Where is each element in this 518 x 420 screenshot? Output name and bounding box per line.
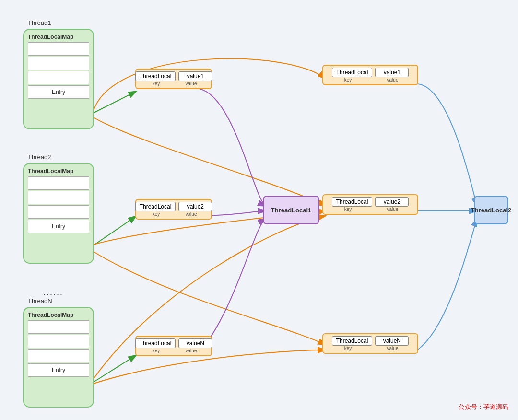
threadN-row2 [28, 335, 89, 348]
thread1-row1 [28, 42, 89, 56]
svg-line-5 [91, 216, 137, 247]
thread1-row3 [28, 71, 89, 84]
threadlocal1-box: ThreadLocal1 [263, 196, 319, 224]
thread2-row3 [28, 205, 89, 219]
ref2-value: value2 [375, 197, 409, 207]
entry1-value: value1 [178, 71, 212, 81]
ref1-key: ThreadLocal [332, 68, 373, 77]
threadlocal2-label: ThreadLocal2 [471, 207, 512, 214]
thread2-label: Thread2 [28, 153, 51, 161]
thread1-row2 [28, 57, 89, 70]
threadlocal2-box: ThreadLocal2 [474, 196, 508, 224]
entry2-value-label: value [175, 211, 207, 217]
thread1-box: Thread1 ThreadLocalMap Entry [23, 29, 94, 129]
thread2-map-label: ThreadLocalMap [28, 168, 89, 175]
entry-box-N: ThreadLocal valueN key value [135, 336, 212, 356]
entryN-key-label: key [140, 348, 172, 353]
threadlocal1-label: ThreadLocal1 [271, 207, 312, 214]
svg-line-4 [91, 91, 137, 114]
threadN-label: ThreadN [28, 297, 52, 304]
entry2-value: value2 [178, 202, 212, 211]
thread1-map-label: ThreadLocalMap [28, 34, 89, 40]
ref1-key-label: key [327, 77, 369, 82]
entryN-value-label: value [175, 348, 207, 353]
entryN-key: ThreadLocal [135, 338, 176, 348]
ref1-value: value1 [375, 68, 409, 77]
thread1-label: Thread1 [28, 19, 51, 26]
ref2-value-label: value [372, 207, 413, 212]
dots-label: ...... [43, 288, 63, 298]
threadN-map-label: ThreadLocalMap [28, 312, 89, 318]
entryN-value: valueN [178, 338, 212, 348]
thread1-entry: Entry [28, 85, 89, 99]
refN-value: valueN [375, 336, 409, 346]
refN-key-label: key [327, 346, 369, 351]
refN-key: ThreadLocal [332, 336, 373, 346]
thread2-row1 [28, 176, 89, 190]
threadN-entry: Entry [28, 363, 89, 377]
entry2-key: ThreadLocal [135, 202, 176, 211]
watermark: 公众号：芋道源码 [459, 403, 508, 411]
ref-box-N: ThreadLocal valueN key value [322, 333, 418, 354]
entry1-value-label: value [175, 81, 207, 86]
entry-box-2: ThreadLocal value2 key value [135, 199, 212, 220]
threadN-box: ThreadN ThreadLocalMap Entry [23, 307, 94, 408]
thread2-entry: Entry [28, 220, 89, 233]
threadN-row1 [28, 320, 89, 334]
entry-box-1: ThreadLocal value1 key value [135, 69, 212, 89]
ref1-value-label: value [372, 77, 413, 82]
ref-box-1: ThreadLocal value1 key value [322, 65, 418, 85]
diagram: Thread1 ThreadLocalMap Entry Thread2 Thr… [0, 0, 518, 420]
ref2-key: ThreadLocal [332, 197, 373, 207]
entry2-key-label: key [140, 211, 172, 217]
ref2-key-label: key [327, 207, 369, 212]
svg-line-6 [91, 355, 137, 384]
thread2-row2 [28, 191, 89, 204]
ref-box-2: ThreadLocal value2 key value [322, 194, 418, 215]
entry1-key: ThreadLocal [135, 71, 176, 81]
refN-value-label: value [372, 346, 413, 351]
threadN-row3 [28, 349, 89, 362]
thread2-box: Thread2 ThreadLocalMap Entry [23, 163, 94, 264]
entry1-key-label: key [140, 81, 172, 86]
